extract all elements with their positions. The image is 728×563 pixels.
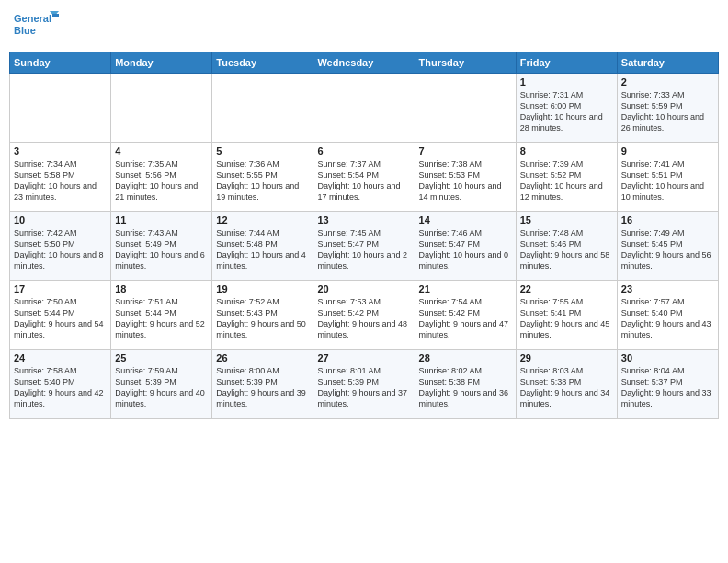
day-info: Sunrise: 7:46 AM Sunset: 5:47 PM Dayligh… [419, 227, 512, 272]
day-info: Sunrise: 7:38 AM Sunset: 5:53 PM Dayligh… [419, 158, 512, 203]
calendar-cell: 24Sunrise: 7:58 AM Sunset: 5:40 PM Dayli… [10, 350, 111, 419]
calendar-table: SundayMondayTuesdayWednesdayThursdayFrid… [9, 52, 719, 419]
day-number: 5 [216, 145, 309, 156]
day-number: 28 [419, 352, 512, 363]
calendar-cell: 9Sunrise: 7:41 AM Sunset: 5:51 PM Daylig… [617, 143, 718, 212]
calendar-cell: 8Sunrise: 7:39 AM Sunset: 5:52 PM Daylig… [516, 143, 617, 212]
calendar-cell: 28Sunrise: 8:02 AM Sunset: 5:38 PM Dayli… [415, 350, 516, 419]
calendar-cell: 29Sunrise: 8:03 AM Sunset: 5:38 PM Dayli… [516, 350, 617, 419]
day-info: Sunrise: 7:42 AM Sunset: 5:50 PM Dayligh… [14, 227, 107, 272]
day-number: 2 [621, 76, 714, 87]
weekday-header: Saturday [617, 52, 718, 74]
day-info: Sunrise: 7:44 AM Sunset: 5:48 PM Dayligh… [216, 227, 309, 272]
calendar-cell: 25Sunrise: 7:59 AM Sunset: 5:39 PM Dayli… [111, 350, 212, 419]
weekday-header: Tuesday [212, 52, 313, 74]
day-info: Sunrise: 7:34 AM Sunset: 5:58 PM Dayligh… [14, 158, 107, 203]
logo: General Blue [13, 9, 59, 44]
weekday-header: Friday [516, 52, 617, 74]
day-number: 9 [621, 145, 714, 156]
calendar-cell: 16Sunrise: 7:49 AM Sunset: 5:45 PM Dayli… [617, 212, 718, 281]
day-info: Sunrise: 7:37 AM Sunset: 5:54 PM Dayligh… [317, 158, 410, 203]
day-info: Sunrise: 7:31 AM Sunset: 6:00 PM Dayligh… [520, 89, 613, 134]
day-number: 22 [520, 283, 613, 294]
day-number: 27 [317, 352, 410, 363]
day-info: Sunrise: 8:03 AM Sunset: 5:38 PM Dayligh… [520, 365, 613, 410]
day-number: 19 [216, 283, 309, 294]
day-info: Sunrise: 7:35 AM Sunset: 5:56 PM Dayligh… [115, 158, 208, 203]
day-info: Sunrise: 7:48 AM Sunset: 5:46 PM Dayligh… [520, 227, 613, 272]
calendar-cell [10, 74, 111, 143]
calendar-cell: 21Sunrise: 7:54 AM Sunset: 5:42 PM Dayli… [415, 281, 516, 350]
svg-text:General: General [14, 13, 51, 24]
day-number: 1 [520, 76, 613, 87]
day-number: 12 [216, 214, 309, 225]
day-number: 25 [115, 352, 208, 363]
calendar-cell: 15Sunrise: 7:48 AM Sunset: 5:46 PM Dayli… [516, 212, 617, 281]
day-number: 10 [14, 214, 107, 225]
calendar-cell: 26Sunrise: 8:00 AM Sunset: 5:39 PM Dayli… [212, 350, 313, 419]
day-info: Sunrise: 7:39 AM Sunset: 5:52 PM Dayligh… [520, 158, 613, 203]
day-number: 18 [115, 283, 208, 294]
day-info: Sunrise: 7:59 AM Sunset: 5:39 PM Dayligh… [115, 365, 208, 410]
day-number: 3 [14, 145, 107, 156]
day-info: Sunrise: 8:04 AM Sunset: 5:37 PM Dayligh… [621, 365, 714, 410]
day-info: Sunrise: 7:52 AM Sunset: 5:43 PM Dayligh… [216, 296, 309, 341]
day-number: 13 [317, 214, 410, 225]
day-info: Sunrise: 7:57 AM Sunset: 5:40 PM Dayligh… [621, 296, 714, 341]
day-number: 23 [621, 283, 714, 294]
calendar-cell: 22Sunrise: 7:55 AM Sunset: 5:41 PM Dayli… [516, 281, 617, 350]
day-info: Sunrise: 7:45 AM Sunset: 5:47 PM Dayligh… [317, 227, 410, 272]
day-number: 16 [621, 214, 714, 225]
calendar-header: SundayMondayTuesdayWednesdayThursdayFrid… [10, 52, 719, 74]
day-number: 17 [14, 283, 107, 294]
day-info: Sunrise: 8:01 AM Sunset: 5:39 PM Dayligh… [317, 365, 410, 410]
calendar-cell: 14Sunrise: 7:46 AM Sunset: 5:47 PM Dayli… [415, 212, 516, 281]
day-number: 29 [520, 352, 613, 363]
day-number: 7 [419, 145, 512, 156]
day-info: Sunrise: 7:51 AM Sunset: 5:44 PM Dayligh… [115, 296, 208, 341]
day-number: 14 [419, 214, 512, 225]
calendar-cell [212, 74, 313, 143]
day-number: 8 [520, 145, 613, 156]
day-number: 20 [317, 283, 410, 294]
calendar-cell: 17Sunrise: 7:50 AM Sunset: 5:44 PM Dayli… [10, 281, 111, 350]
calendar-cell [415, 74, 516, 143]
day-info: Sunrise: 7:43 AM Sunset: 5:49 PM Dayligh… [115, 227, 208, 272]
calendar-cell: 12Sunrise: 7:44 AM Sunset: 5:48 PM Dayli… [212, 212, 313, 281]
weekday-header: Sunday [10, 52, 111, 74]
weekday-header: Thursday [415, 52, 516, 74]
calendar-cell: 19Sunrise: 7:52 AM Sunset: 5:43 PM Dayli… [212, 281, 313, 350]
calendar-cell: 18Sunrise: 7:51 AM Sunset: 5:44 PM Dayli… [111, 281, 212, 350]
day-info: Sunrise: 7:54 AM Sunset: 5:42 PM Dayligh… [419, 296, 512, 341]
calendar-cell: 2Sunrise: 7:33 AM Sunset: 5:59 PM Daylig… [617, 74, 718, 143]
page-header: General Blue [9, 9, 719, 44]
day-info: Sunrise: 7:33 AM Sunset: 5:59 PM Dayligh… [621, 89, 714, 134]
day-info: Sunrise: 7:58 AM Sunset: 5:40 PM Dayligh… [14, 365, 107, 410]
day-info: Sunrise: 7:50 AM Sunset: 5:44 PM Dayligh… [14, 296, 107, 341]
day-number: 24 [14, 352, 107, 363]
calendar-cell: 6Sunrise: 7:37 AM Sunset: 5:54 PM Daylig… [313, 143, 415, 212]
calendar-cell: 4Sunrise: 7:35 AM Sunset: 5:56 PM Daylig… [111, 143, 212, 212]
calendar-cell: 23Sunrise: 7:57 AM Sunset: 5:40 PM Dayli… [617, 281, 718, 350]
day-info: Sunrise: 7:53 AM Sunset: 5:42 PM Dayligh… [317, 296, 410, 341]
day-number: 26 [216, 352, 309, 363]
calendar-cell: 7Sunrise: 7:38 AM Sunset: 5:53 PM Daylig… [415, 143, 516, 212]
logo-svg: General Blue [13, 9, 59, 44]
day-info: Sunrise: 7:36 AM Sunset: 5:55 PM Dayligh… [216, 158, 309, 203]
calendar-cell: 11Sunrise: 7:43 AM Sunset: 5:49 PM Dayli… [111, 212, 212, 281]
day-number: 4 [115, 145, 208, 156]
day-number: 21 [419, 283, 512, 294]
weekday-header: Wednesday [313, 52, 415, 74]
day-number: 15 [520, 214, 613, 225]
calendar-cell [313, 74, 415, 143]
calendar-cell: 27Sunrise: 8:01 AM Sunset: 5:39 PM Dayli… [313, 350, 415, 419]
day-number: 30 [621, 352, 714, 363]
day-number: 6 [317, 145, 410, 156]
calendar-cell: 1Sunrise: 7:31 AM Sunset: 6:00 PM Daylig… [516, 74, 617, 143]
calendar-cell: 3Sunrise: 7:34 AM Sunset: 5:58 PM Daylig… [10, 143, 111, 212]
calendar-cell: 13Sunrise: 7:45 AM Sunset: 5:47 PM Dayli… [313, 212, 415, 281]
calendar-cell: 30Sunrise: 8:04 AM Sunset: 5:37 PM Dayli… [617, 350, 718, 419]
weekday-header: Monday [111, 52, 212, 74]
day-info: Sunrise: 8:00 AM Sunset: 5:39 PM Dayligh… [216, 365, 309, 410]
calendar-cell: 10Sunrise: 7:42 AM Sunset: 5:50 PM Dayli… [10, 212, 111, 281]
